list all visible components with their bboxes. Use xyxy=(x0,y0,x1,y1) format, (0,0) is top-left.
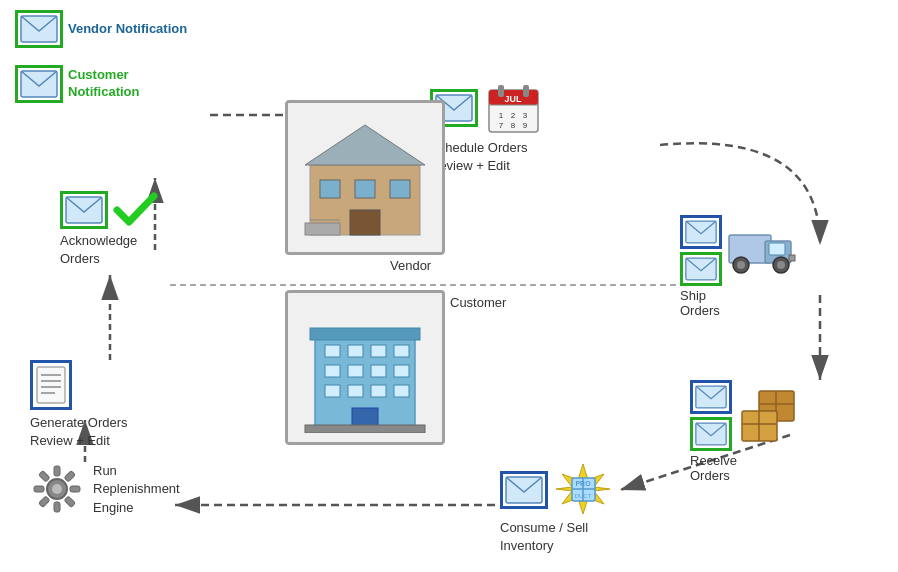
replenishment-block: RunReplenishmentEngine xyxy=(30,462,180,517)
svg-text:9: 9 xyxy=(523,121,528,130)
receive-orders-label: ReceiveOrders xyxy=(690,453,802,483)
svg-text:8: 8 xyxy=(511,121,516,130)
product-icon: PRO DUCT xyxy=(556,462,611,517)
svg-rect-44 xyxy=(325,385,340,397)
svg-rect-55 xyxy=(769,243,785,255)
svg-rect-33 xyxy=(305,223,340,235)
vendor-label: Vendor xyxy=(390,258,431,273)
svg-text:1: 1 xyxy=(499,111,504,120)
svg-text:PRO: PRO xyxy=(575,480,591,487)
gear-icon xyxy=(30,462,85,517)
svg-rect-43 xyxy=(394,365,409,377)
customer-label: Customer xyxy=(450,295,506,310)
svg-rect-81 xyxy=(39,496,50,507)
svg-rect-82 xyxy=(34,486,44,492)
acknowledge-envelope[interactable] xyxy=(60,191,108,229)
svg-rect-79 xyxy=(64,496,75,507)
svg-rect-47 xyxy=(394,385,409,397)
svg-marker-26 xyxy=(305,125,425,165)
consume-envelope[interactable] xyxy=(500,471,548,509)
customer-building-box xyxy=(285,290,445,445)
svg-rect-83 xyxy=(39,471,50,482)
truck-icon xyxy=(727,223,797,278)
customer-notification-block: CustomerNotification xyxy=(15,65,140,103)
svg-rect-42 xyxy=(371,365,386,377)
svg-rect-29 xyxy=(390,180,410,198)
svg-point-57 xyxy=(737,261,745,269)
svg-rect-80 xyxy=(54,502,60,512)
ship-orders-block: ShipOrders xyxy=(680,215,797,318)
customer-notification-label: CustomerNotification xyxy=(68,67,140,101)
customer-notification-envelope[interactable] xyxy=(15,65,63,103)
generate-orders-block: Generate OrdersReview + Edit xyxy=(30,360,128,450)
svg-rect-78 xyxy=(70,486,80,492)
svg-rect-28 xyxy=(355,180,375,198)
svg-rect-38 xyxy=(371,345,386,357)
svg-rect-49 xyxy=(305,425,425,433)
calendar-icon: JUL 1 2 3 7 8 9 xyxy=(486,80,541,135)
schedule-orders-label: Schedule OrdersReview + Edit xyxy=(430,139,541,175)
svg-point-75 xyxy=(52,484,62,494)
svg-rect-27 xyxy=(320,180,340,198)
replenishment-label: RunReplenishmentEngine xyxy=(93,462,180,517)
svg-rect-77 xyxy=(64,471,75,482)
svg-text:2: 2 xyxy=(511,111,516,120)
svg-text:3: 3 xyxy=(523,111,528,120)
diagram-container: Vendor Notification CustomerNotification xyxy=(0,0,898,572)
generate-orders-label: Generate OrdersReview + Edit xyxy=(30,414,128,450)
acknowledge-orders-block: AcknowledgeOrders xyxy=(60,190,158,268)
svg-rect-45 xyxy=(348,385,363,397)
svg-rect-41 xyxy=(348,365,363,377)
receive-envelope-green[interactable] xyxy=(690,417,732,451)
svg-rect-30 xyxy=(350,210,380,235)
svg-rect-60 xyxy=(789,255,795,261)
ship-envelope-blue[interactable] xyxy=(680,215,722,249)
svg-point-59 xyxy=(777,261,785,269)
svg-rect-36 xyxy=(325,345,340,357)
vendor-building-box xyxy=(285,100,445,255)
svg-rect-61 xyxy=(37,367,65,403)
checkmark-icon xyxy=(113,190,158,230)
svg-rect-46 xyxy=(371,385,386,397)
vendor-notification-envelope[interactable] xyxy=(15,10,63,48)
receive-envelope-blue[interactable] xyxy=(690,380,732,414)
generate-envelope[interactable] xyxy=(30,360,72,410)
acknowledge-orders-label: AcknowledgeOrders xyxy=(60,232,158,268)
svg-rect-18 xyxy=(523,85,529,97)
receive-orders-block: ReceiveOrders xyxy=(690,380,802,483)
svg-text:DUCT: DUCT xyxy=(575,493,592,499)
consume-sell-label: Consume / SellInventory xyxy=(500,519,611,555)
ship-orders-label: ShipOrders xyxy=(680,288,797,318)
boxes-icon xyxy=(737,386,802,446)
vendor-notification-label: Vendor Notification xyxy=(68,21,187,38)
ship-envelope-green[interactable] xyxy=(680,252,722,286)
svg-text:JUL: JUL xyxy=(504,94,522,104)
svg-text:7: 7 xyxy=(499,121,504,130)
svg-rect-40 xyxy=(325,365,340,377)
svg-rect-39 xyxy=(394,345,409,357)
svg-rect-17 xyxy=(498,85,504,97)
vendor-notification-block: Vendor Notification xyxy=(15,10,187,48)
consume-sell-block: PRO DUCT Consume / SellInventory xyxy=(500,462,611,555)
svg-rect-35 xyxy=(310,328,420,340)
schedule-orders-block: JUL 1 2 3 7 8 9 Schedule OrdersReview + … xyxy=(430,80,541,175)
svg-rect-76 xyxy=(54,466,60,476)
svg-rect-37 xyxy=(348,345,363,357)
